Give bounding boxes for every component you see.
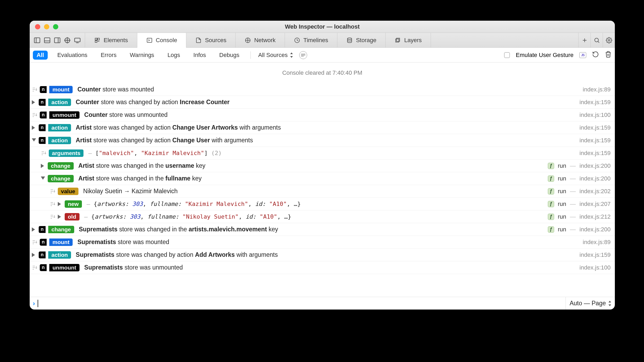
- console-row[interactable]: changeArtist store was changed in the fu…: [30, 172, 615, 185]
- source-link[interactable]: index.js:200: [580, 175, 611, 182]
- close-window-button[interactable]: [35, 24, 40, 29]
- source-link[interactable]: index.js:100: [580, 112, 611, 118]
- tab-console[interactable]: Console: [137, 33, 187, 48]
- emulate-gesture-checkbox[interactable]: [504, 52, 510, 58]
- disclosure-toggle[interactable]: [32, 126, 36, 130]
- console-row[interactable]: nchangeSuprematists store was changed in…: [30, 223, 615, 236]
- execution-context-selector[interactable]: Auto — Page: [566, 297, 612, 310]
- nanostores-badge: n: [40, 264, 47, 271]
- source-link[interactable]: index.js:159: [580, 150, 611, 157]
- log-line-icon: [50, 201, 55, 207]
- callback-name: run: [558, 226, 566, 233]
- function-icon: ƒ: [548, 201, 554, 207]
- storage-icon: [346, 37, 353, 43]
- minimize-window-button[interactable]: [44, 24, 49, 29]
- console-row[interactable]: nunmountSuprematists store was unmounted…: [30, 261, 615, 274]
- emulate-gesture-label: Emulate User Gesture: [516, 52, 574, 59]
- console-row[interactable]: changeArtist store was changed in the us…: [30, 160, 615, 172]
- disclosure-toggle[interactable]: [41, 176, 45, 181]
- console-row[interactable]: arguments— ["malevich", "Kazimir Malevic…: [30, 147, 615, 160]
- object-expand-toggle[interactable]: [58, 202, 62, 206]
- console-row[interactable]: nactionArtist store was changed by actio…: [30, 121, 615, 134]
- filter-errors[interactable]: Errors: [97, 51, 120, 60]
- source-link[interactable]: index.js:202: [580, 188, 611, 195]
- zoom-window-button[interactable]: [53, 24, 58, 29]
- source-link[interactable]: index.js:159: [580, 99, 611, 106]
- console-row[interactable]: nactionCounter store was changed by acti…: [30, 96, 615, 109]
- tab-elements[interactable]: Elements: [85, 33, 137, 47]
- console-row[interactable]: valueNikolay Suetin → Kazimir Malevichƒr…: [30, 185, 615, 198]
- source-link[interactable]: index.js:89: [583, 239, 611, 246]
- separator: [250, 51, 251, 59]
- event-pill-action: action: [48, 251, 71, 259]
- console-prompt[interactable]: › Auto — Page: [30, 297, 615, 310]
- settings-button[interactable]: [603, 33, 615, 47]
- filter-all[interactable]: All: [33, 51, 48, 60]
- window-title: Web Inspector — localhost: [285, 23, 360, 30]
- tab-layers[interactable]: Layers: [386, 33, 431, 47]
- event-pill-change: change: [48, 175, 74, 182]
- console-row[interactable]: nmountSuprematists store was mountedinde…: [30, 236, 615, 249]
- filter-warnings[interactable]: Warnings: [126, 51, 158, 60]
- elements-icon: [94, 37, 100, 43]
- tab-storage[interactable]: Storage: [337, 33, 386, 47]
- clear-console-button[interactable]: [605, 51, 612, 59]
- filter-debugs[interactable]: Debugs: [215, 51, 243, 60]
- source-selector[interactable]: All Sources: [258, 52, 293, 59]
- tab-timelines[interactable]: Timelines: [285, 33, 337, 47]
- console-log-list[interactable]: Console cleared at 7:40:40 PM nmountCoun…: [30, 63, 615, 297]
- disclosure-toggle[interactable]: [32, 253, 36, 257]
- snippet-button[interactable]: [299, 51, 307, 59]
- callback-name: run: [558, 188, 566, 195]
- tab-network[interactable]: Network: [236, 33, 285, 47]
- function-icon: ƒ: [548, 175, 554, 182]
- disclosure-toggle[interactable]: [41, 164, 45, 168]
- svg-rect-9: [75, 38, 80, 42]
- log-message: — {artworks: 303, fullname: "Nikolay Sue…: [84, 213, 292, 220]
- disclosure-toggle[interactable]: [32, 138, 36, 143]
- dock-bottom-icon[interactable]: [43, 37, 51, 44]
- device-icon[interactable]: [74, 37, 81, 44]
- event-pill-action: action: [48, 124, 71, 131]
- source-link[interactable]: index.js:207: [580, 201, 611, 208]
- inspect-element-icon[interactable]: [64, 37, 71, 44]
- updown-icon: [608, 301, 612, 306]
- filter-infos[interactable]: Infos: [190, 51, 210, 60]
- dock-right-icon[interactable]: [54, 37, 61, 44]
- log-line-icon: [32, 240, 37, 245]
- filter-evaluations[interactable]: Evaluations: [54, 51, 91, 60]
- console-row[interactable]: nunmountCounter store was unmountedindex…: [30, 109, 615, 121]
- svg-point-25: [608, 39, 610, 41]
- filter-logs[interactable]: Logs: [164, 51, 184, 60]
- source-link[interactable]: index.js:159: [580, 124, 611, 131]
- source-link[interactable]: index.js:100: [580, 264, 611, 271]
- log-message: Suprematists store was mounted: [77, 239, 169, 246]
- source-link[interactable]: index.js:89: [583, 86, 611, 93]
- source-link[interactable]: index.js:200: [580, 226, 611, 233]
- event-pill-unmount: unmount: [49, 111, 80, 119]
- row-meta: index.js:159: [580, 99, 611, 106]
- tab-label: Elements: [104, 37, 128, 44]
- disclosure-toggle[interactable]: [32, 227, 36, 232]
- source-link[interactable]: index.js:159: [580, 251, 611, 258]
- row-meta: ƒrun—index.js:200: [548, 226, 611, 233]
- tabstrip: Elements Console Sources Network Timelin…: [30, 33, 615, 48]
- console-row[interactable]: old— {artworks: 303, fullname: "Nikolay …: [30, 210, 615, 223]
- log-message: Nikolay Suetin → Kazimir Malevich: [83, 188, 178, 195]
- new-tab-button[interactable]: [578, 33, 590, 47]
- console-row[interactable]: nmountCounter store was mountedindex.js:…: [30, 83, 615, 96]
- disclosure-toggle[interactable]: [32, 100, 36, 104]
- object-expand-toggle[interactable]: [58, 215, 62, 219]
- console-row[interactable]: nactionSuprematists store was changed by…: [30, 249, 615, 261]
- console-row[interactable]: new— {artworks: 303, fullname: "Kazimir …: [30, 198, 615, 210]
- reload-button[interactable]: [592, 51, 599, 59]
- tab-sources[interactable]: Sources: [186, 33, 236, 47]
- search-button[interactable]: [590, 33, 603, 47]
- dock-left-icon[interactable]: [33, 37, 41, 44]
- source-link[interactable]: index.js:200: [580, 162, 611, 169]
- preserve-log-js-button[interactable]: JS: [579, 52, 586, 58]
- source-link[interactable]: index.js:159: [580, 137, 611, 144]
- source-link[interactable]: index.js:212: [580, 213, 611, 220]
- function-icon: ƒ: [548, 163, 554, 169]
- console-row[interactable]: nactionArtist store was changed by actio…: [30, 134, 615, 147]
